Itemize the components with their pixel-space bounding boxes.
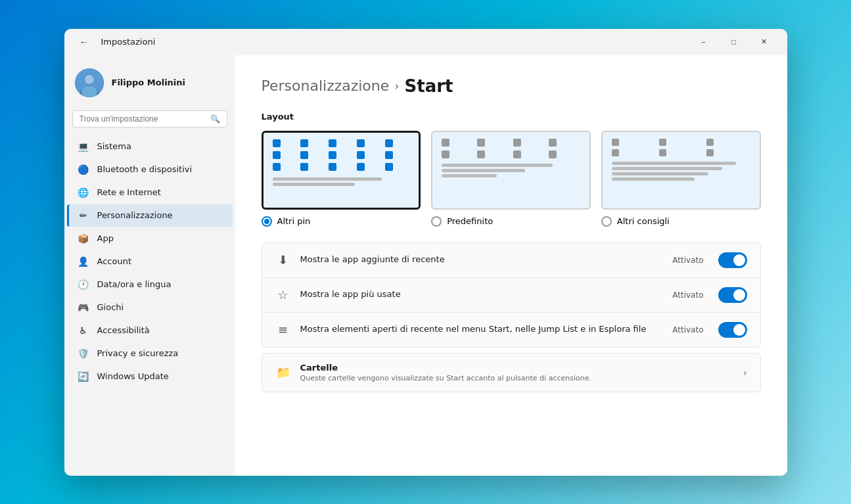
folder-title: Cartelle <box>300 363 734 373</box>
search-box[interactable]: 🔍 <box>72 110 227 127</box>
layout-card-predefinito[interactable]: Predefinito <box>431 131 591 227</box>
toggle-icon-app-aggiunte: ⬇ <box>275 253 291 267</box>
sidebar-label-privacy: Privacy e sicurezza <box>97 348 179 358</box>
titlebar: ← Impostazioni − □ ✕ <box>64 29 787 55</box>
sidebar-icon-bluetooth: 🔵 <box>78 164 89 175</box>
layout-card-altri-consigli[interactable]: Altri consigli <box>601 131 761 227</box>
layout-preview-predefinito <box>431 131 591 210</box>
toggle-status-app-usate: Attivato <box>672 290 703 300</box>
sidebar-icon-account: 👤 <box>78 256 89 267</box>
search-input[interactable] <box>80 114 205 124</box>
svg-point-3 <box>85 75 94 84</box>
sidebar-item-bluetooth[interactable]: 🔵 Bluetooth e dispositivi <box>67 158 233 181</box>
sidebar-item-giochi[interactable]: 🎮 Giochi <box>67 296 233 319</box>
user-profile[interactable]: Filippo Molinini <box>64 60 235 108</box>
layout-label-predefinito: Predefinito <box>447 216 493 226</box>
sidebar-icon-dataora: 🕐 <box>78 279 89 290</box>
toggle-row-elementi-recenti: ≡ Mostra elementi aperti di recente nel … <box>262 312 761 348</box>
layout-option-altri-consigli[interactable]: Altri consigli <box>601 216 761 227</box>
layout-label-altri-pin: Altri pin <box>277 216 311 226</box>
breadcrumb-separator: › <box>394 79 399 93</box>
toggle-list: ⬇ Mostra le app aggiunte di recente Atti… <box>262 242 761 348</box>
layout-section-label: Layout <box>262 112 761 122</box>
maximize-button[interactable]: □ <box>719 32 749 53</box>
layout-option-predefinito[interactable]: Predefinito <box>431 216 591 227</box>
toggle-label-app-aggiunte: Mostra le app aggiunte di recente <box>300 254 664 265</box>
window-controls: − □ ✕ <box>689 32 779 53</box>
sidebar-label-update: Windows Update <box>97 371 169 381</box>
toggle-label-app-usate: Mostra le app più usate <box>300 288 664 300</box>
toggle-status-elementi-recenti: Attivato <box>672 325 703 334</box>
breadcrumb: Personalizzazione › Start <box>262 76 761 96</box>
user-name: Filippo Molinini <box>112 78 186 87</box>
sidebar-label-bluetooth: Bluetooth e dispositivi <box>97 164 193 174</box>
toggle-switch-app-usate[interactable] <box>718 287 747 303</box>
sidebar-item-accessibilita[interactable]: ♿ Accessibilità <box>67 319 233 342</box>
sidebar-label-personalizzazione: Personalizzazione <box>97 210 173 220</box>
sidebar-label-dataora: Data/ora e lingua <box>97 279 172 289</box>
sidebar-item-privacy[interactable]: 🛡️ Privacy e sicurezza <box>67 342 233 365</box>
main-content: Personalizzazione › Start Layout Altri p… <box>235 55 787 476</box>
sidebar-item-sistema[interactable]: 💻 Sistema <box>67 135 233 158</box>
titlebar-left: ← Impostazioni <box>75 33 156 51</box>
toggle-label-elementi-recenti: Mostra elementi aperti di recente nel me… <box>300 323 664 335</box>
layout-label-altri-consigli: Altri consigli <box>617 216 670 226</box>
avatar <box>75 68 104 97</box>
layout-options: Altri pin Predefinito <box>262 131 761 227</box>
search-icon: 🔍 <box>210 114 220 124</box>
sidebar-label-sistema: Sistema <box>97 141 131 151</box>
close-button[interactable]: ✕ <box>749 32 779 53</box>
sidebar-item-update[interactable]: 🔄 Windows Update <box>67 365 233 388</box>
folder-desc: Queste cartelle vengono visualizzate su … <box>300 374 734 382</box>
toggle-switch-elementi-recenti[interactable] <box>718 322 747 338</box>
chevron-right-icon: › <box>743 367 747 378</box>
breadcrumb-current: Start <box>405 76 453 96</box>
sidebar-label-app: App <box>97 233 114 243</box>
sidebar-icon-update: 🔄 <box>78 371 89 382</box>
sidebar-label-accessibilita: Accessibilità <box>97 325 150 335</box>
back-button[interactable]: ← <box>75 33 93 51</box>
folder-row[interactable]: 📁 Cartelle Queste cartelle vengono visua… <box>262 353 761 392</box>
layout-preview-altri-pin <box>262 131 421 210</box>
sidebar-icon-privacy: 🛡️ <box>78 348 89 359</box>
sidebar-icon-giochi: 🎮 <box>78 302 89 313</box>
settings-window: ← Impostazioni − □ ✕ <box>64 29 787 476</box>
window-title: Impostazioni <box>101 37 156 47</box>
sidebar-item-rete[interactable]: 🌐 Rete e Internet <box>67 181 233 204</box>
sidebar-item-personalizzazione[interactable]: ✏️ Personalizzazione <box>67 204 233 227</box>
sidebar-item-account[interactable]: 👤 Account <box>67 250 233 273</box>
sidebar-icon-app: 📦 <box>78 233 89 244</box>
folder-content: Cartelle Queste cartelle vengono visuali… <box>300 363 734 382</box>
toggle-row-app-usate: ☆ Mostra le app più usate Attivato <box>262 277 761 312</box>
sidebar: Filippo Molinini 🔍 💻 Sistema 🔵 Bluetooth… <box>64 55 235 476</box>
toggle-icon-app-usate: ☆ <box>275 288 291 302</box>
toggle-icon-elementi-recenti: ≡ <box>275 323 291 336</box>
toggle-switch-app-aggiunte[interactable] <box>718 252 747 268</box>
sidebar-item-app[interactable]: 📦 App <box>67 227 233 250</box>
layout-option-altri-pin[interactable]: Altri pin <box>262 216 421 227</box>
folder-icon: 📁 <box>275 365 291 379</box>
sidebar-icon-accessibilita: ♿ <box>78 325 89 336</box>
sidebar-label-giochi: Giochi <box>97 302 124 312</box>
layout-preview-altri-consigli <box>601 131 761 210</box>
sidebar-icon-sistema: 💻 <box>78 141 89 152</box>
sidebar-item-dataora[interactable]: 🕐 Data/ora e lingua <box>67 273 233 296</box>
toggle-row-app-aggiunte: ⬇ Mostra le app aggiunte di recente Atti… <box>262 242 761 277</box>
radio-altri-consigli[interactable] <box>601 216 612 227</box>
sidebar-label-rete: Rete e Internet <box>97 187 161 197</box>
toggle-status-app-aggiunte: Attivato <box>672 256 703 265</box>
sidebar-nav: 💻 Sistema 🔵 Bluetooth e dispositivi 🌐 Re… <box>64 135 235 388</box>
layout-card-altri-pin[interactable]: Altri pin <box>262 131 421 227</box>
sidebar-icon-rete: 🌐 <box>78 187 89 198</box>
minimize-button[interactable]: − <box>689 32 719 53</box>
sidebar-label-account: Account <box>97 256 132 266</box>
window-content: Filippo Molinini 🔍 💻 Sistema 🔵 Bluetooth… <box>64 55 787 476</box>
radio-predefinito[interactable] <box>431 216 442 227</box>
sidebar-icon-personalizzazione: ✏️ <box>78 210 89 221</box>
breadcrumb-parent[interactable]: Personalizzazione <box>262 78 390 94</box>
radio-altri-pin[interactable] <box>262 216 272 227</box>
